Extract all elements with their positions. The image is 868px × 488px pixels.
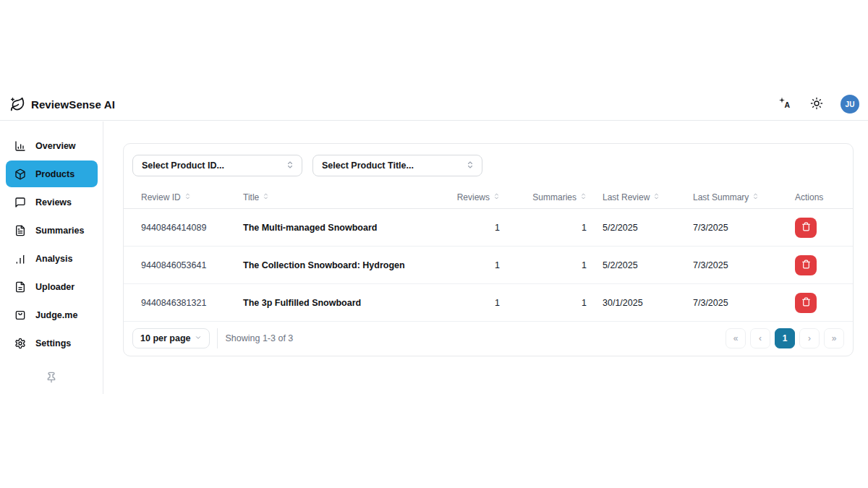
column-header-reviews[interactable]: Reviews [453, 192, 500, 202]
product-title-select-value: Select Product Title... [322, 160, 414, 171]
cell-reviews: 1 [453, 298, 500, 308]
cell-reviews: 1 [453, 223, 500, 233]
column-header-title[interactable]: Title [243, 192, 453, 202]
sidebar-item-analysis[interactable]: Analysis [6, 245, 98, 272]
cell-last-summary: 7/3/2025 [693, 223, 795, 233]
table-header-row: Review ID Title Reviews Summaries Last R… [124, 187, 853, 209]
delete-button[interactable] [795, 218, 817, 238]
cell-summaries: 1 [500, 260, 587, 270]
file-text-icon [14, 225, 26, 236]
avatar[interactable]: JU [841, 95, 859, 114]
table-footer: 10 per page Showing 1-3 of 3 « ‹ 1 › » [124, 322, 853, 355]
sidebar-item-judgeme[interactable]: Judge.me [6, 301, 98, 328]
sidebar-item-label: Judge.me [35, 310, 77, 320]
sidebar-item-products[interactable]: Products [6, 160, 98, 187]
sort-icon [263, 192, 269, 202]
delete-button[interactable] [795, 293, 817, 313]
language-button[interactable]: A [776, 95, 793, 114]
sidebar-item-label: Uploader [35, 282, 75, 292]
current-page-button[interactable]: 1 [775, 328, 795, 348]
sidebar-item-settings[interactable]: Settings [6, 330, 98, 356]
delete-button[interactable] [795, 255, 817, 275]
sort-icon [493, 192, 500, 202]
trash-icon [801, 222, 811, 234]
product-title-select[interactable]: Select Product Title... [312, 155, 482, 176]
footer-divider [217, 328, 218, 348]
cell-review-id: 9440846053641 [124, 260, 243, 270]
product-id-select[interactable]: Select Product ID... [132, 155, 302, 176]
cell-review-id: 9440846414089 [124, 223, 243, 233]
column-header-review-id[interactable]: Review ID [124, 192, 243, 202]
sort-icon [752, 192, 759, 202]
message-square-icon [14, 197, 26, 208]
sidebar-item-summaries[interactable]: Summaries [6, 217, 98, 244]
cell-last-review: 30/1/2025 [587, 298, 693, 308]
table-row: 9440846053641 The Collection Snowboard: … [124, 247, 853, 284]
cell-review-id: 9440846381321 [124, 298, 243, 308]
cell-summaries: 1 [500, 223, 587, 233]
last-page-button[interactable]: » [824, 328, 844, 348]
sidebar-item-label: Reviews [35, 197, 72, 207]
trash-icon [801, 260, 811, 271]
first-page-button[interactable]: « [726, 328, 746, 348]
cell-last-review: 5/2/2025 [587, 223, 693, 233]
pin-icon [46, 374, 57, 385]
filters-bar: Select Product ID... Select Product Titl… [124, 144, 853, 187]
sidebar-item-overview[interactable]: Overview [6, 132, 98, 159]
products-card: Select Product ID... Select Product Titl… [123, 143, 854, 356]
per-page-value: 10 per page [140, 333, 190, 343]
chevron-up-down-icon [466, 160, 475, 171]
trash-icon [801, 297, 811, 309]
sidebar: Overview Products Reviews Summaries Anal… [0, 121, 103, 394]
chevron-up-down-icon [286, 160, 294, 171]
logo-leaf-icon [10, 97, 25, 112]
cell-last-summary: 7/3/2025 [693, 260, 795, 270]
chevron-down-icon [195, 333, 202, 343]
chart-column-icon [14, 140, 26, 152]
cell-title: The Collection Snowboard: Hydrogen [243, 260, 453, 270]
column-header-actions: Actions [795, 192, 853, 202]
avatar-initials: JU [846, 100, 855, 108]
product-id-select-value: Select Product ID... [142, 160, 224, 171]
column-header-last-summary[interactable]: Last Summary [693, 192, 795, 202]
column-header-last-review[interactable]: Last Review [587, 192, 693, 202]
shopping-bag-icon [14, 309, 26, 321]
sidebar-item-uploader[interactable]: Uploader [6, 273, 98, 300]
sun-icon [810, 97, 823, 112]
app-header: ReviewSense AI A [0, 88, 868, 121]
package-icon [14, 168, 26, 180]
theme-toggle-button[interactable] [809, 95, 825, 114]
cell-title: The 3p Fulfilled Snowboard [243, 298, 453, 308]
cell-reviews: 1 [453, 260, 500, 270]
sort-icon [184, 192, 191, 202]
cell-title: The Multi-managed Snowboard [243, 223, 453, 233]
column-header-summaries[interactable]: Summaries [500, 192, 587, 202]
sidebar-item-label: Products [35, 169, 75, 179]
sidebar-item-reviews[interactable]: Reviews [6, 189, 98, 215]
header-actions: A JU [776, 95, 859, 114]
sidebar-item-label: Overview [35, 141, 76, 151]
sidebar-item-label: Settings [35, 338, 71, 348]
cell-summaries: 1 [500, 298, 587, 308]
pin-sidebar-button[interactable] [43, 369, 60, 388]
gear-icon [14, 338, 26, 349]
table-row: 9440846414089 The Multi-managed Snowboar… [124, 209, 853, 247]
cell-last-review: 5/2/2025 [587, 260, 693, 270]
sidebar-item-label: Analysis [35, 254, 72, 264]
brand[interactable]: ReviewSense AI [10, 97, 115, 112]
per-page-select[interactable]: 10 per page [132, 328, 210, 348]
pagination: « ‹ 1 › » [726, 328, 844, 348]
showing-text: Showing 1-3 of 3 [225, 333, 293, 343]
sidebar-item-label: Summaries [35, 226, 84, 236]
sort-icon [580, 192, 587, 202]
svg-text:A: A [785, 100, 791, 109]
app-canvas: ReviewSense AI A [0, 0, 868, 488]
bar-chart-icon [14, 253, 26, 265]
sort-icon [653, 192, 660, 202]
cell-last-summary: 7/3/2025 [693, 298, 795, 308]
translate-icon: A [778, 96, 791, 112]
table-row: 9440846381321 The 3p Fulfilled Snowboard… [124, 284, 853, 322]
file-icon [14, 281, 26, 293]
next-page-button[interactable]: › [799, 328, 820, 348]
prev-page-button[interactable]: ‹ [750, 328, 770, 348]
